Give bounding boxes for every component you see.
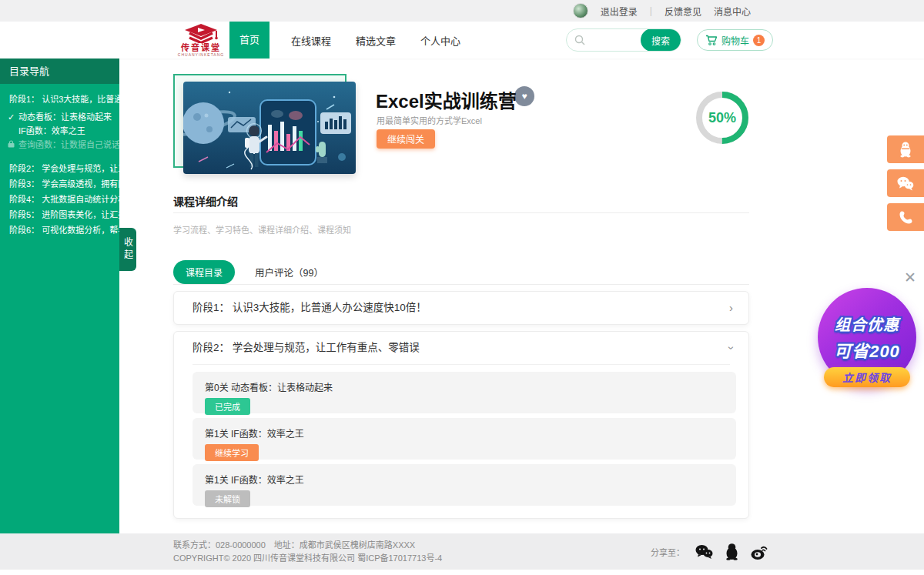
- nav-item-home[interactable]: 首页: [229, 22, 270, 59]
- sidebar-item-stage1[interactable]: 阶段1： 认识3大技能，比普通人... ›: [0, 92, 119, 107]
- accordion-stage1[interactable]: 阶段1： 认识3大技能，比普通人办公速度快10倍！ ›: [173, 291, 749, 325]
- chevron-right-icon: ›: [110, 192, 113, 207]
- promo-close-icon[interactable]: ✕: [904, 269, 916, 286]
- course-title: Excel实战训练营: [376, 86, 517, 113]
- feedback-link[interactable]: 反馈意见: [665, 5, 701, 18]
- cart-button[interactable]: 购物车 1: [697, 29, 773, 51]
- lock-icon: [8, 138, 18, 152]
- promo-line2: 可省200: [834, 337, 900, 362]
- chevron-right-icon: ›: [110, 222, 113, 238]
- sidebar-title: 目录导航: [0, 59, 119, 84]
- logo-title: 传音课堂: [181, 44, 221, 52]
- nav-item-articles[interactable]: 精选文章: [356, 33, 396, 48]
- course-progress-ring: 50%: [695, 91, 749, 145]
- tab-course-catalog[interactable]: 课程目录: [173, 260, 235, 284]
- divider: [173, 212, 749, 213]
- sidebar-item-stage6[interactable]: 阶段6： 可视化数据分析，帮老板...›: [0, 222, 119, 238]
- cart-badge: 1: [753, 35, 765, 46]
- qq-contact-button[interactable]: [887, 135, 924, 163]
- lesson-row-done[interactable]: 第0关 动态看板：让表格动起来 已完成: [192, 372, 736, 413]
- sidebar-lesson-done[interactable]: ✓动态看板：让表格动起来: [0, 110, 119, 124]
- check-icon: ✓: [8, 110, 18, 124]
- chevron-right-icon: ›: [110, 176, 113, 192]
- cart-label: 购物车: [721, 34, 749, 47]
- topbar: 退出登录 | 反馈意见 消息中心: [0, 0, 924, 22]
- qq-icon: [898, 141, 913, 158]
- detail-description: 学习流程、学习特色、课程详细介绍、课程须知: [173, 223, 351, 236]
- claim-coupon-button[interactable]: 立即领取: [824, 367, 910, 387]
- status-badge-locked: 未解锁: [205, 490, 250, 507]
- phone-contact-button[interactable]: [887, 203, 924, 231]
- catalog-sidebar: 目录导航 阶段1： 认识3大技能，比普通人... › ✓动态看板：让表格动起来 …: [0, 59, 119, 533]
- lesson-row-continue[interactable]: 第1关 IF函数：效率之王 继续学习: [192, 418, 736, 460]
- chevron-down-icon: ›: [729, 332, 733, 364]
- logo-cap-icon: [184, 23, 218, 43]
- sidebar-lesson-locked[interactable]: 查询函数：让数据自己说话: [0, 138, 119, 152]
- chevron-right-icon: ›: [110, 161, 113, 176]
- wechat-icon: [896, 176, 915, 191]
- sidebar-item-stage2[interactable]: 阶段2： 学会处理与规范，让工作...›: [0, 161, 119, 176]
- phone-icon: [899, 210, 913, 225]
- nav-item-profile[interactable]: 个人中心: [420, 33, 460, 48]
- wechat-share-icon[interactable]: [695, 543, 714, 560]
- promo-line1: 组合优惠: [835, 313, 899, 335]
- user-avatar[interactable]: [573, 3, 588, 18]
- share-bar: 分享至：: [651, 543, 769, 560]
- search-input[interactable]: [590, 30, 641, 50]
- share-label: 分享至：: [651, 546, 685, 558]
- weibo-share-icon[interactable]: [750, 543, 769, 560]
- chevron-down-icon: ›: [110, 92, 113, 107]
- status-badge-continue[interactable]: 继续学习: [205, 444, 259, 461]
- sidebar-collapse-button[interactable]: 收起: [119, 228, 136, 271]
- site-logo[interactable]: 传音课堂 CHUANYINKETANG: [169, 22, 233, 59]
- lesson-title: 第0关 动态看板：让表格动起来: [205, 380, 724, 393]
- nav-item-courses[interactable]: 在线课程: [291, 33, 331, 48]
- accordion-stage2: 阶段2： 学会处理与规范，让工作有重点、零错误 › 第0关 动态看板：让表格动起…: [173, 331, 749, 519]
- search-button[interactable]: 搜索: [641, 28, 681, 52]
- detail-heading: 课程详细介绍: [173, 193, 238, 209]
- continue-challenge-button[interactable]: 继续闯关: [377, 129, 435, 149]
- lesson-title: 第1关 IF函数：效率之王: [205, 473, 724, 486]
- logout-link[interactable]: 退出登录: [601, 5, 638, 18]
- favorite-heart-icon[interactable]: ♥: [514, 86, 534, 106]
- search-icon: [574, 35, 585, 45]
- footer: 联系方式：028-0000000 地址：成都市武侯区槐树店南路XXXX COPY…: [0, 533, 924, 570]
- search-box: 搜索: [566, 28, 681, 52]
- sidebar-item-stage3[interactable]: 阶段3： 学会高级透视，拥有同时...›: [0, 176, 119, 192]
- footer-contact: 联系方式：028-0000000 地址：成都市武侯区槐树店南路XXXX: [173, 539, 442, 552]
- topbar-divider: |: [650, 5, 652, 16]
- sidebar-item-stage4[interactable]: 阶段4： 大批数据自动统计分析，...›: [0, 192, 119, 207]
- accordion-stage2-header[interactable]: 阶段2： 学会处理与规范，让工作有重点、零错误 ›: [174, 332, 748, 364]
- divider: [192, 364, 730, 365]
- main-nav: 首页 在线课程 精选文章 个人中心: [229, 22, 485, 59]
- logo-subtitle: CHUANYINKETANG: [178, 52, 224, 57]
- messages-link[interactable]: 消息中心: [714, 5, 751, 18]
- chevron-right-icon: ›: [729, 292, 733, 324]
- lesson-title: 第1关 IF函数：效率之王: [205, 426, 724, 440]
- lesson-row-locked[interactable]: 第1关 IF函数：效率之王 未解锁: [192, 464, 736, 506]
- divider: [173, 284, 749, 285]
- qq-share-icon[interactable]: [724, 543, 740, 560]
- course-cover-image[interactable]: [183, 82, 356, 174]
- course-subtitle: 用最简单实用的方式学Excel: [377, 114, 482, 126]
- wechat-contact-button[interactable]: [887, 169, 924, 197]
- detail-tabs: 课程目录 用户评论（99）: [173, 260, 323, 284]
- chevron-right-icon: ›: [110, 207, 113, 222]
- sidebar-item-stage5[interactable]: 阶段5： 进阶图表美化，让汇报一...›: [0, 207, 119, 222]
- tab-user-comments[interactable]: 用户评论（99）: [255, 265, 323, 279]
- sidebar-lesson-current[interactable]: IF函数：效率之王: [0, 124, 119, 138]
- status-badge-done[interactable]: 已完成: [205, 398, 250, 415]
- accordion-stage1-header[interactable]: 阶段1： 认识3大技能，比普通人办公速度快10倍！ ›: [174, 292, 748, 324]
- progress-percent-label: 50%: [695, 91, 749, 145]
- footer-copyright: COPYRIGHT© 2020 四川传音课堂科技有限公司 蜀ICP备170177…: [173, 552, 442, 565]
- navbar: 传音课堂 CHUANYINKETANG 首页 在线课程 精选文章 个人中心 搜索…: [0, 22, 924, 59]
- cart-icon: [705, 35, 718, 46]
